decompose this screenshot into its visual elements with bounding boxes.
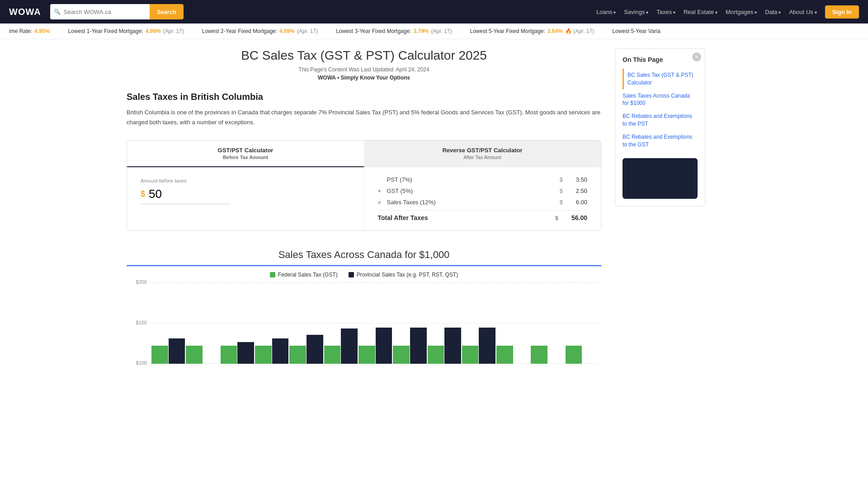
sales-taxes-label: Sales Taxes (12%) — [387, 199, 560, 206]
divider — [378, 210, 588, 211]
bar-pst-nl — [479, 328, 495, 364]
bar-gst-nt — [531, 346, 547, 364]
chart-bars-area — [149, 282, 601, 364]
legend-label-pst: Provincial Sales Tax (e.g. PST, RST, QST… — [357, 272, 458, 278]
nav-item-taxes[interactable]: Taxes — [656, 8, 675, 15]
sidebar: On This Page × BC Sales Tax (GST & PST) … — [615, 48, 705, 373]
sidebar-link-gst-rebates[interactable]: BC Rebates and Exemptions to the GST — [623, 131, 698, 151]
sales-taxes-value: 6.00 — [565, 199, 587, 206]
search-button[interactable]: Search — [150, 4, 184, 19]
total-label: Total After Taxes — [378, 214, 555, 221]
page-meta: This Page's Content Was Last Updated: Ap… — [127, 66, 601, 73]
sidebar-link-pst-rebates[interactable]: BC Rebates and Exemptions to the PST — [623, 110, 698, 131]
ticker-item-5: Lowest 5-Year Varia — [612, 28, 660, 34]
ticker-item-1: Lowest 1-Year Fixed Mortgage: 4.99% (Apr… — [68, 28, 184, 34]
chart-bar-group-nt — [531, 346, 564, 364]
bar-pst-qc — [341, 328, 358, 364]
bar-gst-yt — [496, 346, 513, 364]
close-sidebar-button[interactable]: × — [692, 52, 701, 61]
chart-bar-group-bc — [151, 338, 185, 364]
bar-gst-bc — [151, 346, 168, 364]
sidebar-link-canada[interactable]: Sales Taxes Across Canada for $1000 — [623, 89, 698, 110]
nav-link-loans[interactable]: Loans — [596, 9, 616, 15]
chart-bar-group-ab — [186, 346, 219, 364]
brand-logo: WOWA — [9, 7, 41, 17]
calc-input-section: Amount before taxes $ — [127, 167, 364, 230]
chart-bar-group-nu — [566, 346, 599, 364]
bar-gst-ns — [393, 346, 410, 364]
ticker-bar: ime Rate: 4.95% Lowest 1-Year Fixed Mort… — [0, 23, 868, 39]
sales-taxes-row: = Sales Taxes (12%) $ 6.00 — [378, 199, 588, 206]
ticker-item-4: Lowest 5-Year Fixed Mortgage: 3.64% 🔥 (A… — [470, 28, 594, 34]
bar-gst-nu — [566, 346, 582, 364]
search-input-wrapper: 🔍 — [50, 4, 150, 19]
calc-tab-reverse-sub: After Tax Amount — [373, 155, 592, 160]
calc-results-section: PST (7%) $ 3.50 + GST (5%) $ 2.50 = Sale… — [364, 167, 601, 230]
sidebar-link-calculator[interactable]: BC Sales Tax (GST & PST) Calculator — [623, 69, 698, 89]
chart-wrapper: $200 $150 $100 — [127, 282, 601, 373]
pst-label: PST (7%) — [387, 176, 560, 183]
chart-legend: Federal Sales Tax (GST) Provincial Sales… — [127, 272, 601, 278]
nav-item-realestate[interactable]: Real Estate — [684, 8, 717, 15]
nav-link-savings[interactable]: Savings — [624, 9, 648, 15]
legend-dot-pst — [349, 272, 354, 277]
calc-tab-reverse-name: Reverse GST/PST Calculator — [373, 147, 592, 154]
input-label: Amount before taxes — [141, 178, 350, 183]
nav-item-data[interactable]: Data — [765, 8, 781, 15]
ticker-item-2: Lowest 2-Year Fixed Mortgage: 4.09% (Apr… — [202, 28, 318, 34]
nav-link-data[interactable]: Data — [765, 9, 781, 15]
nav-item-mortgages[interactable]: Mortgages — [726, 8, 757, 15]
chart-bar-group-nl — [462, 328, 495, 364]
chart-bar-group-ns — [393, 328, 426, 364]
sign-in-button[interactable]: Sign In — [825, 5, 859, 19]
pst-row: PST (7%) $ 3.50 — [378, 176, 588, 183]
nav-item-savings[interactable]: Savings — [624, 8, 648, 15]
gst-label: GST (5%) — [387, 188, 560, 194]
chart-bar-group-mb — [255, 338, 288, 364]
main-layout: BC Sales Tax (GST & PST) Calculator 2025… — [118, 39, 750, 382]
nav-link-realestate[interactable]: Real Estate — [684, 9, 717, 15]
search-input[interactable] — [50, 4, 150, 19]
bar-gst-qc — [324, 346, 341, 364]
chart-bar-group-on — [289, 335, 323, 364]
nav-link-mortgages[interactable]: Mortgages — [726, 9, 757, 15]
dollar-sign: $ — [141, 189, 145, 199]
nav-link-taxes[interactable]: Taxes — [656, 9, 675, 15]
amount-input[interactable] — [149, 187, 212, 201]
gst-row: + GST (5%) $ 2.50 — [378, 188, 588, 194]
intro-description: British Columbia is one of the provinces… — [127, 108, 601, 127]
page-title: BC Sales Tax (GST & PST) Calculator 2025 — [127, 48, 601, 63]
sidebar-ad — [623, 158, 698, 199]
search-wrapper: 🔍 Search — [50, 4, 184, 19]
total-value: 56.00 — [560, 214, 587, 221]
bar-gst-ab — [186, 346, 203, 364]
calc-tab-forward-name: GST/PST Calculator — [136, 147, 355, 154]
calc-body: Amount before taxes $ PST (7%) $ 3.50 + — [127, 167, 601, 230]
total-row: Total After Taxes $ 56.00 — [378, 214, 588, 221]
bar-pst-sk — [237, 342, 254, 364]
legend-item-pst: Provincial Sales Tax (e.g. PST, RST, QST… — [349, 272, 458, 278]
chart-bar-group-qc — [324, 328, 358, 364]
page-brand: WOWA • Simply Know Your Options — [127, 75, 601, 81]
nav-item-loans[interactable]: Loans — [596, 8, 616, 15]
ticker-content: ime Rate: 4.95% Lowest 1-Year Fixed Mort… — [0, 28, 670, 34]
nav-links: Loans Savings Taxes Real Estate Mortgage… — [596, 5, 859, 19]
nav-item-signin[interactable]: Sign In — [825, 5, 859, 19]
bar-gst-sk — [221, 346, 237, 364]
chart-bar-group-yt — [496, 346, 530, 364]
chart-bar-group-pe — [428, 328, 461, 364]
bar-pst-ns — [410, 328, 427, 364]
on-this-page-panel: On This Page × BC Sales Tax (GST & PST) … — [615, 48, 705, 206]
nav-link-aboutus[interactable]: About Us — [789, 9, 816, 15]
chart-title: Sales Taxes Across Canada for $1,000 — [127, 249, 601, 266]
nav-item-aboutus[interactable]: About Us — [789, 8, 816, 15]
chart-section: Sales Taxes Across Canada for $1,000 Fed… — [127, 249, 601, 373]
intro-section-title: Sales Taxes in British Columbia — [127, 92, 601, 102]
calc-tab-reverse[interactable]: Reverse GST/PST Calculator After Tax Amo… — [364, 141, 601, 167]
legend-label-gst: Federal Sales Tax (GST) — [278, 272, 338, 278]
calc-tab-forward[interactable]: GST/PST Calculator Before Tax Amount — [127, 141, 364, 167]
bar-gst-nl — [462, 346, 479, 364]
chart-bar-group-sk — [221, 342, 254, 364]
bar-gst-mb — [255, 346, 272, 364]
calc-tab-forward-sub: Before Tax Amount — [136, 155, 355, 160]
